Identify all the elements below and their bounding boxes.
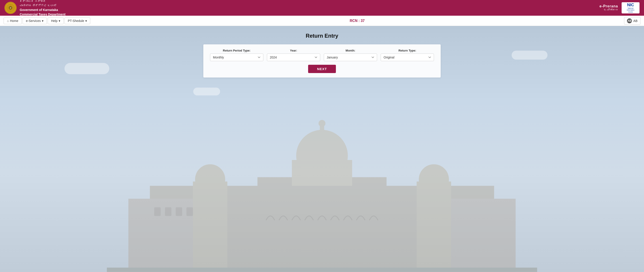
main-content: Return Entry Return Period Type: Monthly… xyxy=(0,26,644,272)
svg-point-17 xyxy=(419,164,449,195)
english-text: Government of Karnataka Commercial Taxes… xyxy=(20,8,66,17)
eservices-dropdown-icon: ▾ xyxy=(42,19,44,23)
nic-logo: NIC NationalInformaticsCentre xyxy=(622,2,640,14)
header-right: e-Prerana ಇ-ಪ್ರೇರಣ NIC NationalInformati… xyxy=(600,2,640,14)
user-avatar: AB xyxy=(627,18,632,23)
page-title: Return Entry xyxy=(4,33,640,39)
navbar-left: ⌂ Home e-Services ▾ Help ▾ PT-Shedule ▾ xyxy=(4,18,90,24)
return-period-type-label: Return Period Type: xyxy=(210,49,263,52)
return-type-group: Return Type: Original Revised xyxy=(381,49,434,61)
next-btn-row: NEXT xyxy=(210,65,434,73)
svg-rect-9 xyxy=(258,177,386,272)
svg-point-13 xyxy=(319,120,326,127)
year-select[interactable]: 2024 2023 2022 2021 xyxy=(267,54,320,61)
karnataka-logo: ಕ xyxy=(4,2,16,14)
help-dropdown-icon: ▾ xyxy=(59,19,60,23)
svg-rect-21 xyxy=(186,207,193,216)
nic-subtext: NationalInformaticsCentre xyxy=(627,8,634,13)
svg-point-15 xyxy=(195,164,225,195)
svg-rect-16 xyxy=(417,181,451,272)
ptshedule-button[interactable]: PT-Shedule ▾ xyxy=(64,18,90,24)
user-button[interactable]: AB AB xyxy=(624,17,640,25)
return-period-type-select[interactable]: Monthly Quarterly Half-Yearly Annually xyxy=(210,54,263,61)
return-type-label: Return Type: xyxy=(381,49,434,52)
navbar-right: AB AB xyxy=(624,17,640,25)
svg-rect-20 xyxy=(176,207,182,216)
svg-rect-18 xyxy=(154,207,161,216)
rcn-number: RCN : 37 xyxy=(350,19,365,23)
navbar: ⌂ Home e-Services ▾ Help ▾ PT-Shedule ▾ … xyxy=(0,16,644,26)
header-text: ಕರ್ನಾಟಕ ಸರ್ಕಾರ ವಾಣಿಜ್ಯ ತೆರಿಗೆಗಳ ಇಲಾಖೆ Go… xyxy=(20,0,66,17)
month-label: Month: xyxy=(324,49,377,52)
return-type-select[interactable]: Original Revised xyxy=(381,54,434,61)
month-group: Month: January February March April May … xyxy=(324,49,377,61)
svg-rect-19 xyxy=(165,207,172,216)
home-button[interactable]: ⌂ Home xyxy=(4,18,22,24)
building-background xyxy=(0,100,644,272)
svg-rect-12 xyxy=(320,126,324,143)
home-icon: ⌂ xyxy=(7,19,9,23)
help-button[interactable]: Help ▾ xyxy=(48,18,64,24)
svg-rect-22 xyxy=(107,268,537,272)
svg-rect-14 xyxy=(193,181,228,272)
eprerana-branding: e-Prerana ಇ-ಪ್ರೇರಣ xyxy=(600,4,618,12)
form-row: Return Period Type: Monthly Quarterly Ha… xyxy=(210,49,434,61)
cloud-3 xyxy=(193,88,220,95)
eservices-button[interactable]: e-Services ▾ xyxy=(22,18,47,24)
content-panel: Return Entry Return Period Type: Monthly… xyxy=(0,26,644,84)
ptshedule-dropdown-icon: ▾ xyxy=(85,19,87,23)
kannada-text: ಕರ್ನಾಟಕ ಸರ್ಕಾರ ವಾಣಿಜ್ಯ ತೆರಿಗೆಗಳ ಇಲಾಖೆ xyxy=(20,0,66,8)
year-label: Year: xyxy=(267,49,320,52)
month-select[interactable]: January February March April May June Ju… xyxy=(324,54,377,61)
return-period-type-group: Return Period Type: Monthly Quarterly Ha… xyxy=(210,49,263,61)
form-card: Return Period Type: Monthly Quarterly Ha… xyxy=(203,44,441,78)
header: ಕ ಕರ್ನಾಟಕ ಸರ್ಕಾರ ವಾಣಿಜ್ಯ ತೆರಿಗೆಗಳ ಇಲಾಖೆ … xyxy=(0,0,644,16)
header-left: ಕ ಕರ್ನಾಟಕ ಸರ್ಕಾರ ವಾಣಿಜ್ಯ ತೆರಿಗೆಗಳ ಇಲಾಖೆ … xyxy=(4,0,66,17)
next-button[interactable]: NEXT xyxy=(308,65,336,73)
year-group: Year: 2024 2023 2022 2021 xyxy=(267,49,320,61)
